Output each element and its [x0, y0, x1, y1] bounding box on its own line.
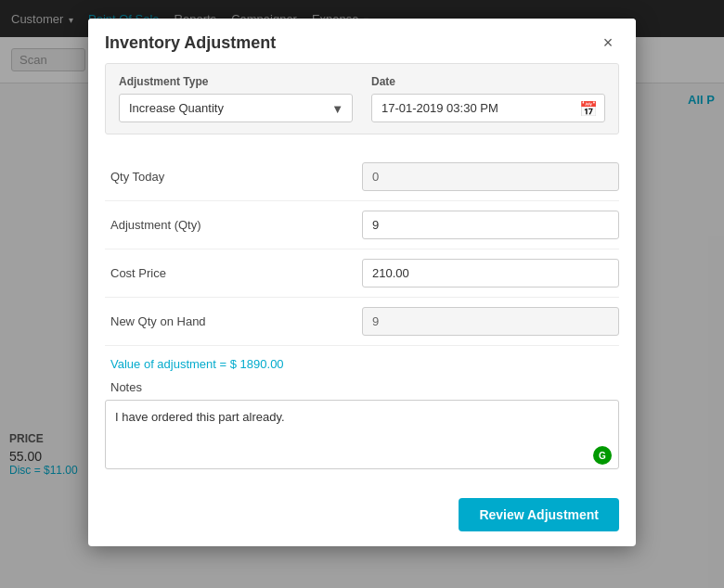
new-qty-row: New Qty on Hand — [105, 298, 619, 346]
modal-overlay: Inventory Adjustment × Adjustment Type I… — [0, 0, 724, 588]
notes-textarea-wrapper: G — [105, 400, 619, 472]
review-adjustment-button[interactable]: Review Adjustment — [459, 498, 619, 531]
qty-today-label: Qty Today — [105, 170, 362, 184]
notes-label: Notes — [105, 380, 619, 394]
adjustment-type-wrapper: Increase Quantity Decrease Quantity ▼ — [119, 94, 353, 122]
cost-price-row: Cost Price — [105, 249, 619, 298]
adjustment-type-col: Adjustment Type Increase Quantity Decrea… — [119, 75, 353, 122]
adjustment-type-date-row: Adjustment Type Increase Quantity Decrea… — [105, 63, 619, 134]
date-label: Date — [371, 75, 605, 88]
qty-today-row: Qty Today — [105, 153, 619, 201]
date-input[interactable] — [371, 94, 605, 122]
new-qty-label: New Qty on Hand — [105, 314, 362, 328]
modal-footer: Review Adjustment — [88, 489, 636, 546]
date-input-wrapper: 📅 — [371, 94, 605, 122]
calendar-icon[interactable]: 📅 — [579, 99, 598, 117]
modal-title: Inventory Adjustment — [105, 33, 276, 53]
adjustment-type-select[interactable]: Increase Quantity Decrease Quantity — [119, 94, 353, 122]
close-button[interactable]: × — [597, 32, 619, 54]
cost-price-input[interactable] — [362, 259, 619, 288]
cost-price-label: Cost Price — [105, 266, 362, 280]
modal-body: Adjustment Type Increase Quantity Decrea… — [88, 63, 636, 489]
adjustment-value-text: Value of adjustment = $ 1890.00 — [110, 357, 619, 371]
new-qty-input[interactable] — [362, 307, 619, 336]
adjustment-type-label: Adjustment Type — [119, 75, 353, 88]
date-col: Date 📅 — [371, 75, 605, 122]
adjustment-qty-row: Adjustment (Qty) — [105, 201, 619, 249]
adjustment-qty-input[interactable] — [362, 211, 619, 239]
notes-textarea[interactable] — [105, 400, 619, 469]
modal-header: Inventory Adjustment × — [88, 19, 636, 63]
grammarly-icon: G — [593, 446, 612, 465]
adjustment-qty-label: Adjustment (Qty) — [105, 218, 362, 232]
inventory-adjustment-modal: Inventory Adjustment × Adjustment Type I… — [88, 19, 636, 546]
qty-today-input[interactable] — [362, 162, 619, 191]
